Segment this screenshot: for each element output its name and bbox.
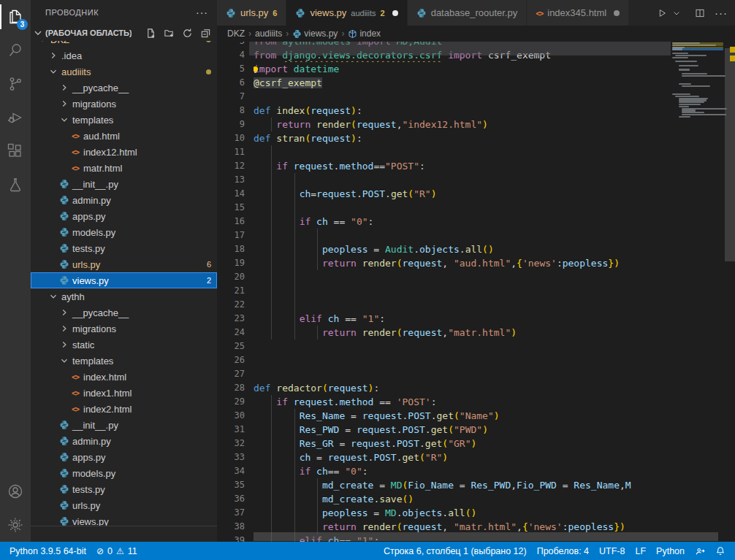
code-line-32[interactable]: 32 Res_GR = request.POST.get("GR") xyxy=(217,437,671,450)
tree-item-urls.py[interactable]: urls.py6 xyxy=(31,256,217,272)
code-line-14[interactable]: 14 ch=request.POST.get("R") xyxy=(217,187,671,201)
status-encoding[interactable]: UTF-8 xyxy=(594,542,630,560)
scrollbar-thumb[interactable] xyxy=(725,48,735,261)
status-cursor-position[interactable]: Строка 6, столбец 1 (выбрано 12) xyxy=(378,542,532,560)
status-python-interpreter[interactable]: Python 3.9.5 64-bit xyxy=(4,542,91,560)
code-line-30[interactable]: 30 Res_Name = request.POST.get("Name") xyxy=(217,409,671,423)
breadcrumb-item-audiiits[interactable]: audiiits xyxy=(255,28,282,39)
tree-item-index1.html[interactable]: <>index1.html xyxy=(31,385,217,401)
activity-extensions-icon[interactable] xyxy=(0,134,31,168)
breadcrumb-item-DKZ[interactable]: DKZ xyxy=(227,28,245,39)
breadcrumb-item-views.py[interactable]: views.py xyxy=(292,28,338,39)
activity-testing-icon[interactable] xyxy=(0,168,31,202)
status-indentation[interactable]: Пробелов: 4 xyxy=(532,542,594,560)
code-line-21[interactable]: 21 xyxy=(217,284,671,298)
vertical-scrollbar[interactable] xyxy=(725,42,735,542)
tree-item-templates[interactable]: templates xyxy=(31,353,217,369)
collapse-all-icon[interactable] xyxy=(200,28,211,39)
code-line-11[interactable]: 11 xyxy=(217,145,671,159)
tree-item-DKZ[interactable]: DKZ xyxy=(31,41,217,47)
horizontal-scrollbar[interactable] xyxy=(254,532,718,541)
lightbulb-icon[interactable] xyxy=(254,64,260,74)
code-line-12[interactable]: 12 if request.method=="POST": xyxy=(217,159,671,173)
code-line-10[interactable]: 10def stran(request): xyxy=(217,131,671,145)
code-line-13[interactable]: 13 xyxy=(217,173,671,187)
tab-views.py[interactable]: views.pyaudiiits2 xyxy=(286,0,406,26)
code-line-15[interactable]: 15 xyxy=(217,201,671,215)
activity-account-icon[interactable] xyxy=(0,475,31,508)
tree-item-migrations[interactable]: migrations xyxy=(31,96,217,112)
breadcrumb-item-index[interactable]: index xyxy=(348,28,381,39)
tree-item-matr.html[interactable]: <>matr.html xyxy=(31,160,217,176)
tree-item-aud.html[interactable]: <>aud.html xyxy=(31,128,217,144)
tree-item-templates[interactable]: templates xyxy=(31,112,217,128)
tree-item-tests.py[interactable]: tests.py xyxy=(31,481,217,497)
code-line-19[interactable]: 19 return render(request, "aud.html",{'n… xyxy=(217,256,671,270)
tree-item-__init__.py[interactable]: __init__.py xyxy=(31,176,217,192)
code-line-20[interactable]: 20 xyxy=(217,270,671,284)
new-file-icon[interactable] xyxy=(145,28,156,39)
tree-item-views.py[interactable]: views.py2 xyxy=(31,272,217,288)
tree-item-__pycache__[interactable]: __pycache__ xyxy=(31,304,217,321)
activity-search-icon[interactable] xyxy=(0,34,31,67)
code-line-25[interactable]: 25 xyxy=(217,340,671,353)
code-line-29[interactable]: 29 if request.method == 'POST': xyxy=(217,395,671,409)
code-line-37[interactable]: 37 peopless = MD.objects.all() xyxy=(217,506,671,520)
tree-item-index12.html[interactable]: <>index12.html xyxy=(31,144,217,160)
code-line-31[interactable]: 31 Res_PWD = request.POST.get("PWD") xyxy=(217,423,671,437)
code-line-8[interactable]: 8def index(request): xyxy=(217,104,671,118)
workspace-section-header[interactable]: (РАБОЧАЯ ОБЛАСТЬ) ... xyxy=(31,25,217,41)
unsaved-dot[interactable] xyxy=(392,10,398,16)
activity-settings-gear-icon[interactable] xyxy=(0,508,31,542)
code-line-35[interactable]: 35 md_create = MD(Fio_Name = Res_PWD,Fio… xyxy=(217,478,671,492)
status-language-mode[interactable]: Python xyxy=(651,542,690,560)
code-line-23[interactable]: 23 elif ch == "1": xyxy=(217,312,671,326)
tree-item-aythh[interactable]: aythh xyxy=(31,288,217,304)
code-line-6[interactable]: 6@csrf_exempt xyxy=(217,76,671,90)
tree-item-index.html[interactable]: <>index.html xyxy=(31,369,217,385)
tree-item-models.py[interactable]: models.py xyxy=(31,224,217,240)
tree-item-static[interactable]: static xyxy=(31,337,217,353)
code-line-18[interactable]: 18 peopless = Audit.objects.all() xyxy=(217,242,671,256)
run-dropdown-chevron-icon[interactable] xyxy=(669,6,684,20)
more-actions-icon[interactable]: ··· xyxy=(196,7,208,18)
code-line-17[interactable]: 17 xyxy=(217,229,671,242)
tree-item-migrations[interactable]: migrations xyxy=(31,321,217,337)
code-line-9[interactable]: 9 return render(request,"index12.html") xyxy=(217,118,671,131)
code-line-28[interactable]: 28def redactor(request): xyxy=(217,381,671,395)
tree-item-audiiits[interactable]: audiiits xyxy=(31,64,217,80)
unsaved-dot[interactable] xyxy=(614,10,620,16)
minimap[interactable] xyxy=(671,42,725,542)
tree-item-admin.py[interactable]: admin.py xyxy=(31,192,217,208)
tree-item-apps.py[interactable]: apps.py xyxy=(31,449,217,465)
tab-database_roouter.py[interactable]: database_roouter.py xyxy=(408,0,527,26)
status-eol[interactable]: LF xyxy=(630,542,651,560)
activity-source-control-icon[interactable] xyxy=(0,67,31,101)
code-line-22[interactable]: 22 xyxy=(217,298,671,312)
tree-item-views.py[interactable]: views.py xyxy=(31,513,217,526)
code-editor[interactable]: 3from aythh.models import MD,Audit4from … xyxy=(217,42,735,542)
status-problems[interactable]: ⊘0⚠11 xyxy=(91,542,142,560)
tree-item-index2.html[interactable]: <>index2.html xyxy=(31,401,217,417)
tree-item-apps.py[interactable]: apps.py xyxy=(31,208,217,224)
outline-section-header[interactable] xyxy=(31,526,217,542)
new-folder-icon[interactable] xyxy=(164,28,175,39)
more-actions-icon[interactable]: ··· xyxy=(715,7,728,19)
tree-item-__init__.py[interactable]: __init__.py xyxy=(31,417,217,433)
code-line-5[interactable]: 5import datetime xyxy=(217,62,671,76)
code-line-34[interactable]: 34 if ch== "0": xyxy=(217,464,671,478)
code-line-7[interactable]: 7 xyxy=(217,90,671,104)
code-line-33[interactable]: 33 ch = request.POST.get("R") xyxy=(217,450,671,464)
status-bell-icon[interactable] xyxy=(710,542,731,560)
split-editor-icon[interactable] xyxy=(693,6,707,20)
code-line-26[interactable]: 26 xyxy=(217,353,671,367)
refresh-icon[interactable] xyxy=(182,28,193,39)
code-line-16[interactable]: 16 if ch == "0": xyxy=(217,215,671,229)
status-feedback-icon[interactable] xyxy=(690,542,710,560)
tree-item-admin.py[interactable]: admin.py xyxy=(31,433,217,449)
code-line-24[interactable]: 24 return render(request,"matr.html") xyxy=(217,326,671,340)
tree-item-tests.py[interactable]: tests.py xyxy=(31,240,217,256)
tab-urls.py[interactable]: urls.py6 xyxy=(217,0,286,26)
tree-item-__pycache__[interactable]: __pycache__ xyxy=(31,80,217,96)
code-line-36[interactable]: 36 md_create.save() xyxy=(217,492,671,506)
